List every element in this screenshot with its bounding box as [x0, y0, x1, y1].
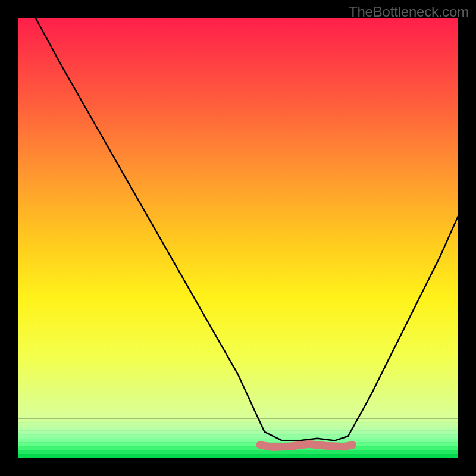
plot-area: [18, 18, 458, 458]
chart-curve-layer: [18, 18, 458, 458]
bottleneck-curve: [36, 18, 458, 440]
plateau-marker: [260, 444, 352, 447]
chart-container: TheBottleneck.com: [0, 0, 476, 476]
watermark-text: TheBottleneck.com: [349, 4, 469, 20]
